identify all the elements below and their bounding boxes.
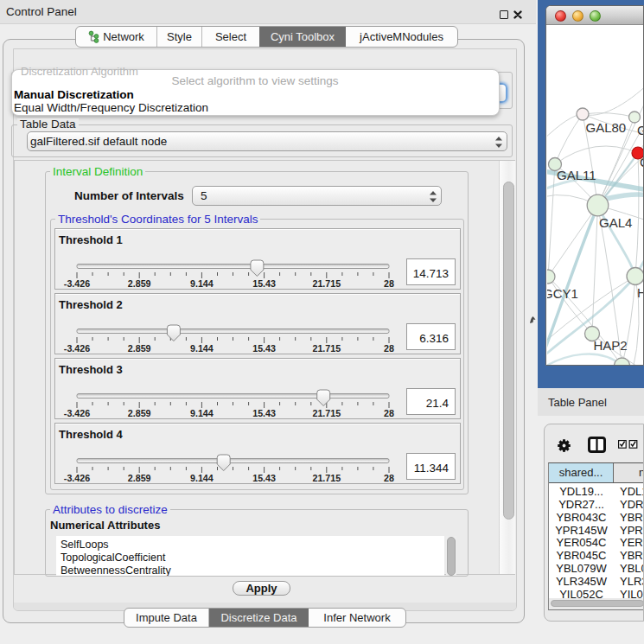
svg-text:21.715: 21.715 (312, 343, 341, 354)
svg-text:21.715: 21.715 (312, 473, 341, 483)
svg-text:28: 28 (384, 343, 394, 354)
svg-text:9.144: 9.144 (190, 343, 214, 354)
svg-text:28: 28 (384, 408, 394, 418)
svg-text:2.859: 2.859 (128, 278, 151, 289)
svg-text:GAL80: GAL80 (586, 120, 627, 135)
svg-text:-3.426: -3.426 (64, 473, 90, 483)
svg-text:-3.426: -3.426 (64, 343, 90, 354)
svg-text:-3.426: -3.426 (64, 408, 90, 418)
svg-text:HA: HA (637, 285, 644, 300)
svg-text:HAP2: HAP2 (594, 338, 628, 353)
svg-text:GCY1: GCY1 (547, 286, 578, 301)
svg-text:15.43: 15.43 (252, 278, 276, 289)
svg-text:28: 28 (384, 473, 394, 483)
svg-text:GAL4: GAL4 (599, 215, 632, 230)
svg-text:15.43: 15.43 (252, 408, 276, 418)
svg-text:CY: CY (640, 155, 644, 169)
svg-text:2.859: 2.859 (128, 343, 151, 354)
svg-text:2.859: 2.859 (128, 408, 151, 418)
svg-text:21.715: 21.715 (312, 408, 341, 418)
svg-text:GA: GA (637, 123, 644, 137)
svg-text:9.144: 9.144 (190, 473, 214, 483)
svg-text:9.144: 9.144 (190, 278, 214, 289)
svg-text:-3.426: -3.426 (64, 278, 90, 289)
svg-text:9.144: 9.144 (190, 408, 214, 418)
svg-text:15.43: 15.43 (252, 473, 276, 483)
svg-text:28: 28 (384, 278, 394, 289)
svg-text:15.43: 15.43 (252, 343, 276, 354)
svg-text:21.715: 21.715 (312, 278, 341, 289)
svg-text:GAL11: GAL11 (557, 168, 596, 182)
svg-text:2.859: 2.859 (128, 473, 151, 483)
